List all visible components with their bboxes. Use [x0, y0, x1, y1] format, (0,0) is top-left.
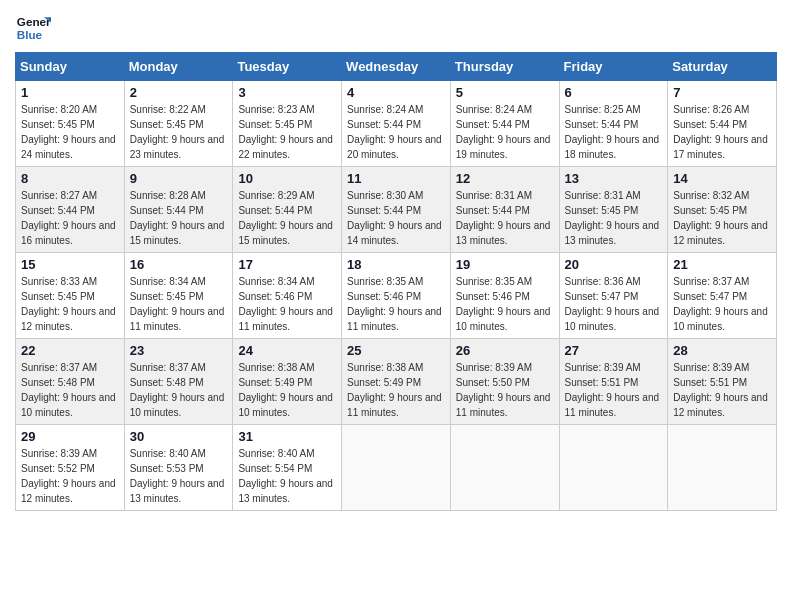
day-info: Sunrise: 8:39 AMSunset: 5:52 PMDaylight:… [21, 446, 119, 506]
calendar-cell: 12Sunrise: 8:31 AMSunset: 5:44 PMDayligh… [450, 167, 559, 253]
day-number: 17 [238, 257, 336, 272]
day-number: 27 [565, 343, 663, 358]
calendar-cell [450, 425, 559, 511]
day-info: Sunrise: 8:34 AMSunset: 5:45 PMDaylight:… [130, 274, 228, 334]
day-number: 13 [565, 171, 663, 186]
day-info: Sunrise: 8:39 AMSunset: 5:50 PMDaylight:… [456, 360, 554, 420]
day-info: Sunrise: 8:28 AMSunset: 5:44 PMDaylight:… [130, 188, 228, 248]
day-info: Sunrise: 8:37 AMSunset: 5:48 PMDaylight:… [130, 360, 228, 420]
day-info: Sunrise: 8:32 AMSunset: 5:45 PMDaylight:… [673, 188, 771, 248]
calendar-cell: 5Sunrise: 8:24 AMSunset: 5:44 PMDaylight… [450, 81, 559, 167]
day-info: Sunrise: 8:20 AMSunset: 5:45 PMDaylight:… [21, 102, 119, 162]
calendar-cell: 29Sunrise: 8:39 AMSunset: 5:52 PMDayligh… [16, 425, 125, 511]
day-info: Sunrise: 8:27 AMSunset: 5:44 PMDaylight:… [21, 188, 119, 248]
calendar-cell: 14Sunrise: 8:32 AMSunset: 5:45 PMDayligh… [668, 167, 777, 253]
day-info: Sunrise: 8:37 AMSunset: 5:47 PMDaylight:… [673, 274, 771, 334]
day-number: 25 [347, 343, 445, 358]
day-number: 11 [347, 171, 445, 186]
day-number: 8 [21, 171, 119, 186]
day-number: 2 [130, 85, 228, 100]
calendar-cell [342, 425, 451, 511]
week-row-3: 15Sunrise: 8:33 AMSunset: 5:45 PMDayligh… [16, 253, 777, 339]
day-number: 14 [673, 171, 771, 186]
day-info: Sunrise: 8:39 AMSunset: 5:51 PMDaylight:… [565, 360, 663, 420]
day-info: Sunrise: 8:26 AMSunset: 5:44 PMDaylight:… [673, 102, 771, 162]
day-header-monday: Monday [124, 53, 233, 81]
day-number: 1 [21, 85, 119, 100]
calendar-cell: 18Sunrise: 8:35 AMSunset: 5:46 PMDayligh… [342, 253, 451, 339]
day-header-saturday: Saturday [668, 53, 777, 81]
calendar-cell: 4Sunrise: 8:24 AMSunset: 5:44 PMDaylight… [342, 81, 451, 167]
week-row-4: 22Sunrise: 8:37 AMSunset: 5:48 PMDayligh… [16, 339, 777, 425]
day-info: Sunrise: 8:38 AMSunset: 5:49 PMDaylight:… [347, 360, 445, 420]
calendar-cell: 27Sunrise: 8:39 AMSunset: 5:51 PMDayligh… [559, 339, 668, 425]
svg-text:General: General [17, 15, 51, 28]
day-number: 23 [130, 343, 228, 358]
day-info: Sunrise: 8:23 AMSunset: 5:45 PMDaylight:… [238, 102, 336, 162]
day-info: Sunrise: 8:31 AMSunset: 5:45 PMDaylight:… [565, 188, 663, 248]
week-row-5: 29Sunrise: 8:39 AMSunset: 5:52 PMDayligh… [16, 425, 777, 511]
day-header-thursday: Thursday [450, 53, 559, 81]
day-info: Sunrise: 8:34 AMSunset: 5:46 PMDaylight:… [238, 274, 336, 334]
day-number: 9 [130, 171, 228, 186]
day-number: 26 [456, 343, 554, 358]
day-info: Sunrise: 8:40 AMSunset: 5:53 PMDaylight:… [130, 446, 228, 506]
day-number: 18 [347, 257, 445, 272]
calendar-cell: 13Sunrise: 8:31 AMSunset: 5:45 PMDayligh… [559, 167, 668, 253]
calendar-cell: 28Sunrise: 8:39 AMSunset: 5:51 PMDayligh… [668, 339, 777, 425]
day-info: Sunrise: 8:24 AMSunset: 5:44 PMDaylight:… [456, 102, 554, 162]
calendar-cell: 8Sunrise: 8:27 AMSunset: 5:44 PMDaylight… [16, 167, 125, 253]
calendar-header-row: SundayMondayTuesdayWednesdayThursdayFrid… [16, 53, 777, 81]
calendar-cell: 6Sunrise: 8:25 AMSunset: 5:44 PMDaylight… [559, 81, 668, 167]
day-number: 4 [347, 85, 445, 100]
logo-icon: General Blue [15, 10, 51, 46]
calendar-cell: 25Sunrise: 8:38 AMSunset: 5:49 PMDayligh… [342, 339, 451, 425]
calendar-cell: 24Sunrise: 8:38 AMSunset: 5:49 PMDayligh… [233, 339, 342, 425]
week-row-1: 1Sunrise: 8:20 AMSunset: 5:45 PMDaylight… [16, 81, 777, 167]
calendar-table: SundayMondayTuesdayWednesdayThursdayFrid… [15, 52, 777, 511]
calendar-cell: 16Sunrise: 8:34 AMSunset: 5:45 PMDayligh… [124, 253, 233, 339]
day-number: 7 [673, 85, 771, 100]
calendar-cell: 31Sunrise: 8:40 AMSunset: 5:54 PMDayligh… [233, 425, 342, 511]
day-info: Sunrise: 8:33 AMSunset: 5:45 PMDaylight:… [21, 274, 119, 334]
day-info: Sunrise: 8:39 AMSunset: 5:51 PMDaylight:… [673, 360, 771, 420]
day-number: 6 [565, 85, 663, 100]
svg-text:Blue: Blue [17, 28, 43, 41]
day-number: 21 [673, 257, 771, 272]
day-info: Sunrise: 8:31 AMSunset: 5:44 PMDaylight:… [456, 188, 554, 248]
day-info: Sunrise: 8:24 AMSunset: 5:44 PMDaylight:… [347, 102, 445, 162]
day-number: 15 [21, 257, 119, 272]
calendar-cell: 1Sunrise: 8:20 AMSunset: 5:45 PMDaylight… [16, 81, 125, 167]
calendar-cell: 9Sunrise: 8:28 AMSunset: 5:44 PMDaylight… [124, 167, 233, 253]
calendar-cell: 15Sunrise: 8:33 AMSunset: 5:45 PMDayligh… [16, 253, 125, 339]
calendar-cell: 2Sunrise: 8:22 AMSunset: 5:45 PMDaylight… [124, 81, 233, 167]
day-header-tuesday: Tuesday [233, 53, 342, 81]
week-row-2: 8Sunrise: 8:27 AMSunset: 5:44 PMDaylight… [16, 167, 777, 253]
day-info: Sunrise: 8:37 AMSunset: 5:48 PMDaylight:… [21, 360, 119, 420]
day-number: 12 [456, 171, 554, 186]
day-number: 30 [130, 429, 228, 444]
day-info: Sunrise: 8:30 AMSunset: 5:44 PMDaylight:… [347, 188, 445, 248]
day-header-friday: Friday [559, 53, 668, 81]
day-info: Sunrise: 8:25 AMSunset: 5:44 PMDaylight:… [565, 102, 663, 162]
calendar-cell: 7Sunrise: 8:26 AMSunset: 5:44 PMDaylight… [668, 81, 777, 167]
day-number: 10 [238, 171, 336, 186]
day-info: Sunrise: 8:36 AMSunset: 5:47 PMDaylight:… [565, 274, 663, 334]
calendar-cell: 19Sunrise: 8:35 AMSunset: 5:46 PMDayligh… [450, 253, 559, 339]
day-number: 3 [238, 85, 336, 100]
day-info: Sunrise: 8:29 AMSunset: 5:44 PMDaylight:… [238, 188, 336, 248]
calendar-cell [559, 425, 668, 511]
day-number: 22 [21, 343, 119, 358]
calendar-cell: 30Sunrise: 8:40 AMSunset: 5:53 PMDayligh… [124, 425, 233, 511]
day-number: 28 [673, 343, 771, 358]
calendar-cell: 22Sunrise: 8:37 AMSunset: 5:48 PMDayligh… [16, 339, 125, 425]
calendar-cell: 20Sunrise: 8:36 AMSunset: 5:47 PMDayligh… [559, 253, 668, 339]
day-info: Sunrise: 8:40 AMSunset: 5:54 PMDaylight:… [238, 446, 336, 506]
day-number: 16 [130, 257, 228, 272]
day-number: 20 [565, 257, 663, 272]
day-number: 24 [238, 343, 336, 358]
day-number: 29 [21, 429, 119, 444]
day-info: Sunrise: 8:38 AMSunset: 5:49 PMDaylight:… [238, 360, 336, 420]
calendar-cell: 17Sunrise: 8:34 AMSunset: 5:46 PMDayligh… [233, 253, 342, 339]
calendar-cell: 23Sunrise: 8:37 AMSunset: 5:48 PMDayligh… [124, 339, 233, 425]
